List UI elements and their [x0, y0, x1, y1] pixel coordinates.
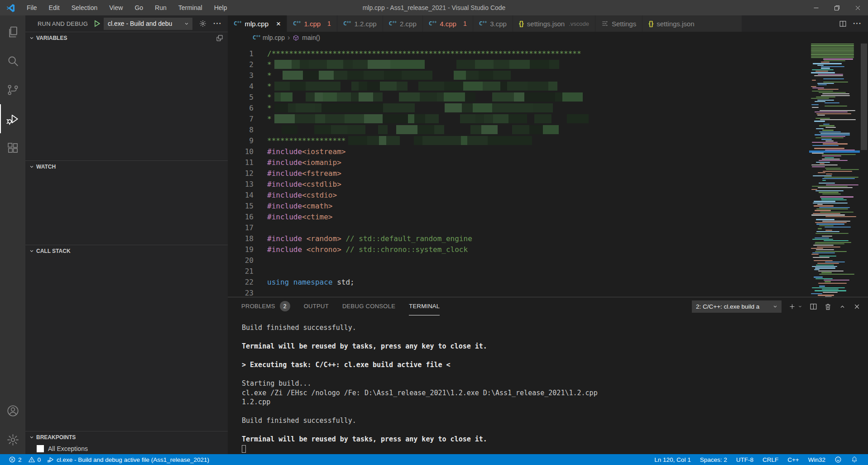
status-eol[interactable]: CRLF [758, 454, 783, 465]
code-line-18[interactable]: 18#include <random> // std::default_rand… [228, 233, 809, 244]
activitybar-search[interactable] [0, 46, 25, 75]
breadcrumb-file[interactable]: mlp.cpp [263, 34, 285, 41]
code-line-19[interactable]: 19#include <chrono> // std::chrono::syst… [228, 244, 809, 255]
code-token: <cstdio> [302, 191, 337, 199]
minimap-line [819, 92, 846, 93]
split-editor-icon[interactable] [839, 20, 847, 28]
gear-icon[interactable] [199, 19, 207, 28]
code-line-10[interactable]: 10#include<iostream> [228, 146, 809, 157]
code-line-4[interactable]: 4* [228, 81, 809, 92]
tab-3-cpp[interactable]: C++3.cpp [473, 15, 513, 32]
code-line-2[interactable]: 2* [228, 59, 809, 70]
menu-help[interactable]: Help [208, 0, 233, 15]
code-line-14[interactable]: 14#include<cstdio> [228, 189, 809, 200]
tab-settings-json[interactable]: {}settings.json.vscode [513, 15, 595, 32]
panel-tab-debug-console[interactable]: DEBUG CONSOLE [342, 297, 395, 315]
line-content: * [267, 82, 557, 91]
terminal-instance-select[interactable]: 2: C/C++: cl.exe build a [692, 300, 782, 313]
activitybar-extensions[interactable] [0, 133, 25, 162]
close-panel-icon[interactable] [853, 303, 861, 310]
panel-tab-terminal[interactable]: TERMINAL [409, 297, 440, 315]
status-encoding[interactable]: UTF-8 [732, 454, 758, 465]
minimap[interactable] [809, 44, 860, 297]
menu-run[interactable]: Run [149, 0, 173, 15]
code-line-15[interactable]: 15#include<cmath> [228, 200, 809, 211]
panel-tab-output[interactable]: OUTPUT [304, 297, 329, 315]
tab-close-icon[interactable]: × [276, 20, 281, 28]
menu-selection[interactable]: Selection [66, 0, 104, 15]
activitybar-run-and-debug[interactable] [0, 104, 25, 133]
terminal-output[interactable]: Build finished successfully. Terminal wi… [228, 315, 868, 454]
minimize-button[interactable] [806, 0, 826, 15]
status-errors[interactable]: 2 [5, 454, 25, 465]
activitybar-manage[interactable] [0, 425, 25, 454]
code-line-22[interactable]: 22using namespace std; [228, 276, 809, 287]
split-terminal-icon[interactable] [810, 303, 817, 310]
breadcrumb-symbol[interactable]: main() [302, 34, 320, 41]
tab-Settings[interactable]: Settings [595, 15, 643, 32]
code-line-23[interactable]: 23 [228, 287, 809, 297]
code-line-13[interactable]: 13#include<cstdlib> [228, 179, 809, 189]
menu-terminal[interactable]: Terminal [173, 0, 208, 15]
code-editor[interactable]: 1/**************************************… [228, 44, 868, 297]
activitybar-explorer[interactable] [0, 17, 25, 46]
status-language-mode[interactable]: C++ [783, 454, 804, 465]
menu-file[interactable]: File [21, 0, 43, 15]
start-debugging-button[interactable] [92, 19, 101, 28]
tab-1-cpp[interactable]: C++1.cpp1 [287, 15, 337, 32]
scrollbar-thumb[interactable] [861, 44, 867, 150]
code-line-21[interactable]: 21 [228, 266, 809, 276]
code-line-9[interactable]: 9****************** [228, 135, 809, 146]
restore-button[interactable] [826, 0, 847, 15]
more-actions-icon[interactable]: ··· [853, 19, 862, 28]
menu-go[interactable]: Go [129, 0, 149, 15]
line-number: 10 [228, 147, 254, 156]
section-header-watch[interactable]: WATCH [25, 161, 228, 173]
panel-tab-problems[interactable]: PROBLEMS2 [241, 297, 290, 315]
status-cursor-position[interactable]: Ln 120, Col 1 [650, 454, 695, 465]
code-line-6[interactable]: 6* [228, 102, 809, 113]
cpp-file-icon: C++ [253, 34, 260, 41]
code-line-1[interactable]: 1/**************************************… [228, 48, 809, 59]
section-header-variables[interactable]: VARIABLES [25, 32, 228, 44]
tab-mlp-cpp[interactable]: C++mlp.cpp× [228, 15, 287, 32]
code-line-8[interactable]: 8 [228, 124, 809, 135]
close-button[interactable] [847, 0, 868, 15]
launch-configuration-select[interactable]: cl.exe - Build and debu [104, 18, 192, 30]
breakpoint-item[interactable]: All Exceptions [25, 443, 228, 454]
more-actions-icon[interactable]: ··· [213, 19, 222, 28]
code-line-3[interactable]: 3* [228, 70, 809, 81]
code-line-5[interactable]: 5* [228, 92, 809, 102]
tab-4-cpp[interactable]: C++4.cpp1 [423, 15, 473, 32]
activitybar-accounts[interactable] [0, 396, 25, 425]
minimap-line [812, 142, 838, 143]
status-platform[interactable]: Win32 [804, 454, 830, 465]
tab-1-2-cpp[interactable]: C++1.2.cpp [337, 15, 383, 32]
editor-scrollbar[interactable] [860, 44, 868, 297]
section-header-call-stack[interactable]: CALL STACK [25, 245, 228, 257]
checkbox-all-exceptions[interactable] [37, 445, 44, 452]
code-line-20[interactable]: 20 [228, 255, 809, 266]
code-line-11[interactable]: 11#include<iomanip> [228, 157, 809, 168]
kill-terminal-icon[interactable] [824, 303, 832, 310]
activitybar-source-control[interactable] [0, 75, 25, 104]
tab-2-cpp[interactable]: C++2.cpp [383, 15, 423, 32]
breadcrumb[interactable]: C++ mlp.cpp › main() [228, 32, 868, 44]
code-token: <fstream> [302, 169, 341, 178]
code-line-12[interactable]: 12#include<fstream> [228, 168, 809, 179]
maximize-panel-icon[interactable] [839, 303, 846, 310]
code-line-16[interactable]: 16#include<ctime> [228, 211, 809, 222]
status-feedback[interactable] [830, 454, 846, 465]
new-terminal-button[interactable] [788, 303, 803, 310]
code-line-7[interactable]: 7* [228, 113, 809, 124]
terminal-line: 1.2.cpp [242, 397, 868, 407]
status-warnings[interactable]: 0 [25, 454, 44, 465]
status-notifications[interactable] [846, 454, 863, 465]
menu-view[interactable]: View [103, 0, 129, 15]
status-indentation[interactable]: Spaces: 2 [695, 454, 732, 465]
tab-settings-json-partial[interactable]: {}settings.json [643, 15, 742, 32]
status-debug-config[interactable]: cl.exe - Build and debug active file (As… [44, 454, 212, 465]
section-header-breakpoints[interactable]: BREAKPOINTS [25, 431, 228, 443]
code-line-17[interactable]: 17 [228, 222, 809, 233]
menu-edit[interactable]: Edit [43, 0, 66, 15]
